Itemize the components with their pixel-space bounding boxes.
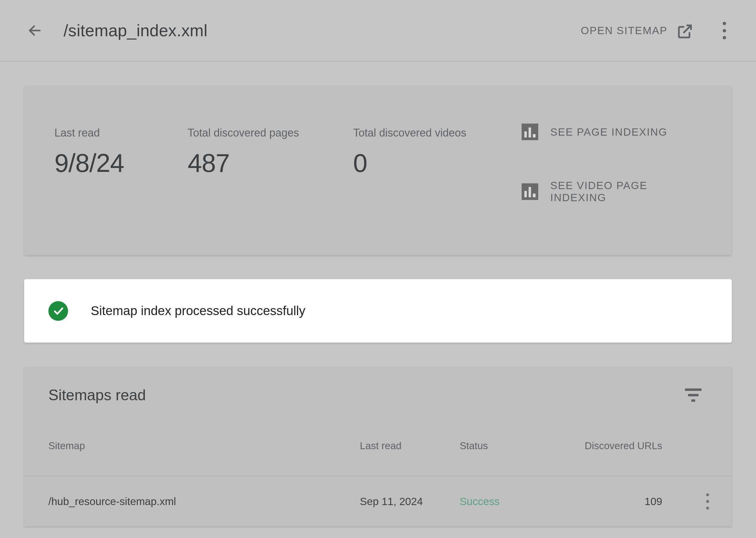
stat-label: Last read [54,127,151,139]
kebab-dot [706,507,709,510]
stat-value: 487 [187,148,317,178]
stat-pages: Total discovered pages 487 [187,127,317,178]
cell-last-read: Sep 11, 2024 [360,495,460,508]
bar-chart-icon [522,124,538,140]
open-external-icon [676,22,692,39]
col-last-read: Last read [360,440,460,452]
open-sitemap-button[interactable]: OPEN SITEMAP [581,22,692,39]
arrow-left-icon [27,23,42,38]
link-label: SEE VIDEO PAGE INDEXING [550,180,702,204]
row-actions-menu[interactable] [702,492,714,511]
col-status: Status [460,440,569,452]
open-sitemap-label: OPEN SITEMAP [581,25,667,36]
filter-icon[interactable] [685,389,702,402]
cell-discovered-urls: 109 [569,495,671,508]
page-header: /sitemap_index.xml OPEN SITEMAP [0,0,756,62]
success-banner: Sitemap index processed successfully [24,279,732,343]
check-circle-icon [48,301,68,321]
kebab-dot [723,36,726,39]
page-title: /sitemap_index.xml [64,21,581,40]
see-page-indexing-link[interactable]: SEE PAGE INDEXING [522,124,702,140]
cell-sitemap: /hub_resource-sitemap.xml [48,495,360,508]
sitemaps-title: Sitemaps read [48,386,146,404]
sitemaps-card-header: Sitemaps read [24,367,732,416]
col-discovered: Discovered URLs [569,440,671,452]
stat-label: Total discovered pages [187,127,317,139]
stat-value: 9/8/24 [54,148,151,178]
stat-last-read: Last read 9/8/24 [54,127,151,178]
more-menu-button[interactable] [717,20,732,41]
link-label: SEE PAGE INDEXING [550,126,667,138]
see-video-indexing-link[interactable]: SEE VIDEO PAGE INDEXING [522,180,702,204]
success-message: Sitemap index processed successfully [91,303,305,318]
bar-chart-icon [522,183,538,200]
svg-line-1 [683,26,691,33]
kebab-dot [706,500,709,503]
stat-value: 0 [353,148,485,178]
kebab-dot [706,493,709,496]
table-header-row: Sitemap Last read Status Discovered URLs [24,416,732,476]
table-row[interactable]: /hub_resource-sitemap.xml Sep 11, 2024 S… [24,476,732,526]
stat-videos: Total discovered videos 0 [353,127,485,178]
cell-status: Success [460,495,569,508]
stat-label: Total discovered videos [353,127,485,139]
sitemaps-read-card: Sitemaps read Sitemap Last read Status D… [24,367,732,526]
indexing-links: SEE PAGE INDEXING SEE VIDEO PAGE INDEXIN… [522,124,702,204]
kebab-dot [723,29,726,32]
back-button[interactable] [27,23,42,38]
kebab-dot [723,22,726,25]
stats-card: Last read 9/8/24 Total discovered pages … [24,86,732,255]
col-sitemap: Sitemap [48,440,360,452]
content-area: Last read 9/8/24 Total discovered pages … [0,62,756,538]
